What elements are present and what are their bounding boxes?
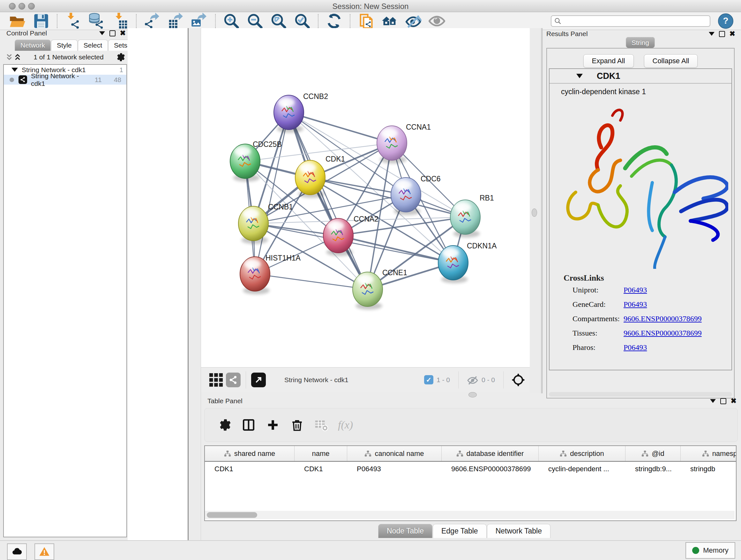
collapse-all-icon[interactable] bbox=[5, 53, 13, 61]
copy-share-icon[interactable] bbox=[358, 13, 374, 29]
expand-all-icon[interactable] bbox=[13, 53, 22, 61]
node-hist1h1a[interactable] bbox=[240, 257, 270, 294]
export-table-icon[interactable] bbox=[167, 13, 184, 29]
open-session-icon[interactable] bbox=[9, 13, 26, 29]
save-session-icon[interactable] bbox=[33, 13, 50, 29]
right-splitter-handle[interactable] bbox=[532, 208, 537, 217]
memory-button[interactable]: Memory bbox=[685, 542, 735, 559]
detach-view-icon[interactable] bbox=[251, 373, 266, 387]
node-cdkn1a[interactable] bbox=[438, 246, 468, 283]
export-network-icon[interactable] bbox=[144, 13, 160, 29]
crosslink-row: GeneCard: P06493 bbox=[549, 297, 731, 312]
zoom-selected-icon[interactable] bbox=[294, 13, 311, 29]
show-graphics-icon[interactable] bbox=[428, 13, 445, 29]
tab-network-table[interactable]: Network Table bbox=[487, 524, 550, 538]
edge-hist1h1a-ccne1[interactable] bbox=[255, 274, 367, 289]
results-panel-close-icon[interactable]: ✖ bbox=[730, 31, 735, 37]
refresh-icon[interactable] bbox=[326, 13, 342, 29]
column-header-database-identifier[interactable]: database identifier bbox=[442, 446, 539, 461]
node-cdc6[interactable] bbox=[391, 178, 421, 215]
cloud-status-button[interactable] bbox=[7, 543, 27, 560]
collection-expand-icon[interactable] bbox=[11, 68, 18, 72]
node-ccna1[interactable] bbox=[377, 126, 407, 164]
table-panel-close-icon[interactable]: ✖ bbox=[731, 398, 737, 404]
function-builder-icon[interactable]: f(x) bbox=[338, 419, 353, 431]
left-splitter[interactable] bbox=[188, 28, 201, 540]
table-cell[interactable]: 9606.ENSP00000378699 bbox=[442, 462, 539, 477]
table-cell[interactable]: stringdb:9... bbox=[625, 462, 681, 477]
edge-ccnb2-ccne1[interactable] bbox=[289, 112, 367, 289]
help-button[interactable]: ? bbox=[718, 13, 733, 29]
control-panel-maximize-icon[interactable] bbox=[110, 30, 116, 37]
tab-string[interactable]: String bbox=[626, 37, 655, 48]
network-view-icon[interactable] bbox=[226, 373, 241, 387]
add-column-icon[interactable] bbox=[266, 418, 280, 432]
crosslink-link[interactable]: P06493 bbox=[623, 286, 647, 294]
column-header--id[interactable]: @id bbox=[625, 446, 681, 461]
show-columns-icon[interactable] bbox=[242, 418, 255, 432]
table-cell[interactable]: stringdb bbox=[681, 462, 737, 477]
import-table-file-icon[interactable] bbox=[112, 13, 129, 29]
tab-edge-table[interactable]: Edge Table bbox=[433, 524, 487, 538]
results-panel-float-icon[interactable] bbox=[709, 32, 715, 36]
warnings-button[interactable] bbox=[35, 543, 54, 560]
node-ccnb1[interactable] bbox=[239, 206, 268, 244]
zoom-out-icon[interactable] bbox=[247, 13, 263, 29]
edge-ccnb2-ccna1[interactable] bbox=[289, 112, 392, 143]
table-settings-gear-icon[interactable] bbox=[218, 418, 231, 432]
crosslink-link[interactable]: 9606.ENSP00000378699 bbox=[623, 329, 702, 337]
tab-style[interactable]: Style bbox=[51, 40, 77, 51]
crosslink-link[interactable]: 9606.ENSP00000378699 bbox=[623, 314, 702, 323]
node-cdc25b[interactable] bbox=[230, 144, 260, 182]
tab-node-table[interactable]: Node Table bbox=[378, 524, 432, 538]
edge-cdk1-rb1[interactable] bbox=[310, 178, 465, 217]
table-hscrollbar-thumb[interactable] bbox=[207, 512, 257, 518]
node-ccne1[interactable] bbox=[353, 272, 383, 310]
crosslink-link[interactable]: P06493 bbox=[623, 300, 647, 309]
table-cell[interactable]: CDK1 bbox=[205, 462, 294, 477]
delete-table-icon[interactable] bbox=[315, 418, 328, 432]
delete-column-trash-icon[interactable] bbox=[290, 418, 304, 432]
import-network-file-icon[interactable] bbox=[65, 13, 81, 29]
table-panel-float-icon[interactable] bbox=[710, 399, 716, 403]
network-overview-icon[interactable] bbox=[381, 13, 398, 29]
column-header-description[interactable]: description bbox=[539, 446, 625, 461]
node-rb1[interactable] bbox=[450, 200, 480, 238]
tab-select[interactable]: Select bbox=[78, 40, 108, 51]
crosslink-link[interactable]: P06493 bbox=[623, 343, 647, 352]
table-row[interactable]: CDK1CDK1P064939606.ENSP00000378699cyclin… bbox=[205, 462, 736, 477]
grid-view-icon[interactable] bbox=[209, 373, 223, 387]
column-header-name[interactable]: name bbox=[294, 446, 347, 461]
control-panel-float-icon[interactable] bbox=[99, 31, 105, 35]
network-options-gear-icon[interactable] bbox=[116, 52, 125, 62]
column-header-namespace[interactable]: namespace bbox=[681, 446, 737, 461]
node-cdk1[interactable] bbox=[295, 160, 325, 198]
birds-eye-toggle-icon[interactable] bbox=[512, 374, 525, 386]
table-cell[interactable]: CDK1 bbox=[294, 462, 347, 477]
node-ccnb2[interactable] bbox=[274, 95, 304, 133]
selected-checkbox[interactable]: ✓ bbox=[424, 375, 433, 384]
control-panel-close-icon[interactable]: ✖ bbox=[120, 30, 126, 36]
table-header-row: shared namenamecanonical namedatabase id… bbox=[205, 446, 736, 462]
hide-graphics-icon[interactable] bbox=[405, 13, 421, 29]
network-row-selected[interactable]: String Network - cdk1 11 48 bbox=[4, 75, 126, 84]
table-panel-maximize-icon[interactable] bbox=[720, 398, 726, 404]
search-input[interactable] bbox=[562, 16, 707, 26]
table-cell[interactable]: P06493 bbox=[347, 462, 442, 477]
search-icon bbox=[554, 17, 562, 25]
entry-collapse-icon[interactable] bbox=[576, 74, 583, 78]
column-header-canonical-name[interactable]: canonical name bbox=[347, 446, 442, 461]
export-image-icon[interactable] bbox=[191, 13, 208, 29]
collapse-all-button[interactable]: Collapse All bbox=[644, 54, 698, 68]
zoom-fit-icon[interactable] bbox=[270, 13, 287, 29]
node-ccna2[interactable] bbox=[323, 219, 353, 256]
import-network-database-icon[interactable] bbox=[88, 13, 105, 29]
table-cell[interactable]: cyclin-dependent ... bbox=[539, 462, 625, 477]
column-header-shared-name[interactable]: shared name bbox=[205, 446, 294, 461]
results-panel-maximize-icon[interactable] bbox=[719, 31, 725, 37]
tab-network[interactable]: Network bbox=[15, 40, 51, 51]
edge-ccnb2-hist1h1a[interactable] bbox=[255, 112, 289, 274]
cdk1-entry-header[interactable]: CDK1 bbox=[549, 69, 731, 84]
zoom-in-icon[interactable] bbox=[223, 13, 240, 29]
expand-all-button[interactable]: Expand All bbox=[583, 54, 634, 68]
